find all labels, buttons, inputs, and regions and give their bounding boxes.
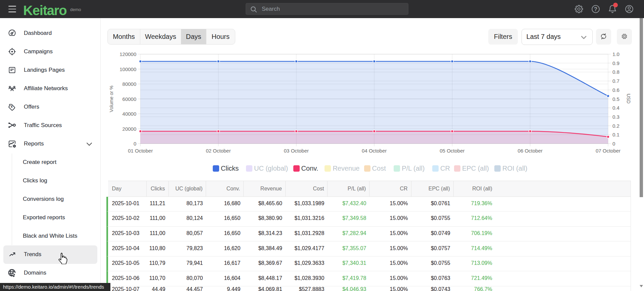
svg-text:Volume or %: Volume or %	[109, 85, 114, 112]
svg-text:80000: 80000	[122, 81, 137, 87]
svg-text:03 October: 03 October	[284, 148, 309, 154]
svg-text:0.9: 0.9	[612, 60, 620, 66]
svg-text:120000: 120000	[119, 51, 136, 57]
svg-text:0.8: 0.8	[612, 69, 620, 75]
svg-text:0.2: 0.2	[612, 123, 620, 129]
svg-text:02 October: 02 October	[206, 148, 231, 154]
svg-text:60000: 60000	[122, 96, 137, 102]
svg-text:1.0: 1.0	[612, 51, 620, 57]
svg-text:USD: USD	[626, 94, 631, 104]
svg-text:20000: 20000	[122, 126, 137, 132]
svg-text:0.5: 0.5	[612, 96, 620, 102]
svg-text:07 October: 07 October	[596, 148, 621, 154]
svg-text:0.1: 0.1	[612, 132, 620, 137]
svg-text:100000: 100000	[119, 66, 136, 72]
svg-text:04 October: 04 October	[362, 148, 387, 154]
svg-text:01 October: 01 October	[128, 148, 153, 154]
svg-text:0.4: 0.4	[612, 105, 620, 111]
svg-text:0.7: 0.7	[612, 78, 620, 84]
svg-text:0.3: 0.3	[612, 114, 620, 120]
svg-text:05 October: 05 October	[440, 148, 464, 154]
svg-text:0: 0	[612, 141, 615, 147]
svg-text:?: ?	[594, 6, 597, 12]
svg-text:$: $	[11, 105, 12, 108]
svg-text:0.6: 0.6	[612, 87, 620, 93]
svg-text:0: 0	[134, 141, 136, 147]
svg-text:06 October: 06 October	[518, 148, 543, 154]
svg-text:40000: 40000	[122, 111, 137, 117]
